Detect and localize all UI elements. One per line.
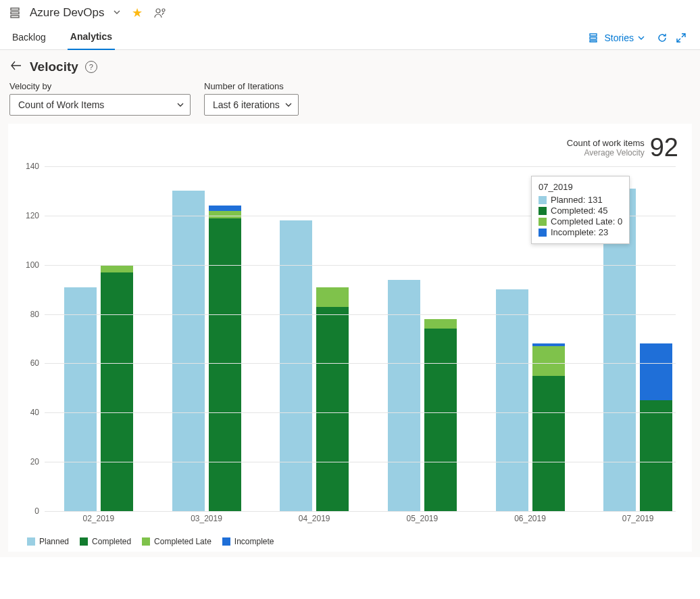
bar-planned[interactable] [64, 287, 97, 512]
tooltip-row: Incomplete: 23 [539, 227, 622, 237]
bar-seg-completed[interactable] [532, 376, 565, 511]
bar-seg-completed-late[interactable] [532, 346, 565, 376]
svg-point-3 [156, 9, 160, 13]
x-tick: 04_2019 [299, 514, 330, 523]
metric-line2: Average Velocity [567, 148, 645, 158]
filter-velocity-by: Velocity by Count of Work Items [9, 81, 191, 116]
project-header: Azure DevOps ★ [0, 0, 700, 23]
chart-legend: Planned Completed Completed Late Incompl… [12, 531, 685, 549]
filters-row: Velocity by Count of Work Items Number o… [8, 81, 692, 116]
select-value: Last 6 iterations [213, 99, 280, 110]
y-tick: 100 [12, 260, 39, 270]
tabs-row: Backlog Analytics Stories [0, 23, 700, 50]
metric-value: 92 [650, 133, 678, 162]
filter-label: Velocity by [9, 81, 191, 91]
y-tick: 20 [12, 457, 39, 466]
chevron-down-icon [176, 101, 184, 109]
iterations-select[interactable]: Last 6 iterations [204, 94, 299, 116]
legend-completed: Completed [80, 537, 131, 546]
y-tick: 60 [12, 358, 39, 368]
svg-rect-7 [590, 41, 597, 42]
content-area: Velocity ? Velocity by Count of Work Ite… [0, 50, 700, 557]
bar-seg-incomplete[interactable] [640, 343, 672, 400]
refresh-button[interactable] [653, 28, 672, 47]
chart-card: Count of work items Average Velocity 92 … [8, 124, 692, 552]
filter-iterations: Number of Iterations Last 6 iterations [204, 81, 299, 116]
x-tick: 06_2019 [514, 514, 546, 523]
y-tick: 140 [12, 162, 39, 171]
x-tick: 02_2019 [82, 514, 114, 523]
bar-seg-completed[interactable] [316, 307, 349, 511]
tab-analytics[interactable]: Analytics [68, 26, 115, 50]
bar-seg-completed[interactable] [209, 218, 241, 512]
stories-picker[interactable]: Stories [589, 32, 645, 43]
tooltip-row: Completed: 45 [539, 206, 622, 216]
y-tick: 40 [12, 408, 39, 417]
bar-seg-completed-late[interactable] [209, 211, 241, 218]
bar-seg-incomplete[interactable] [209, 206, 241, 210]
svg-rect-6 [590, 37, 597, 39]
chevron-down-icon[interactable] [113, 7, 121, 18]
bar-seg-completed-late[interactable] [101, 265, 133, 272]
velocity-chart: 020406080100120140 02_201903_201904_2019… [12, 166, 685, 531]
filter-label: Number of Iterations [204, 81, 299, 91]
bar-seg-completed-late[interactable] [424, 319, 457, 329]
back-arrow-icon[interactable] [9, 61, 23, 73]
bar-planned[interactable] [172, 191, 205, 511]
page-title: Velocity [30, 59, 78, 74]
bar-planned[interactable] [280, 220, 312, 511]
select-value: Count of Work Items [18, 99, 104, 110]
metric-line1: Count of work items [567, 138, 645, 149]
tooltip-row: Planned: 131 [539, 195, 622, 205]
legend-planned: Planned [27, 537, 69, 546]
legend-completed-late: Completed Late [142, 537, 211, 546]
title-row: Velocity ? [8, 59, 692, 74]
svg-rect-1 [11, 12, 19, 14]
metric-row: Count of work items Average Velocity 92 [12, 129, 685, 162]
x-tick: 05_2019 [406, 514, 438, 523]
svg-rect-5 [590, 34, 597, 36]
bar-seg-completed[interactable] [640, 400, 672, 511]
y-tick: 0 [12, 506, 39, 516]
svg-rect-0 [11, 8, 19, 10]
legend-incomplete: Incomplete [222, 537, 274, 546]
stories-label: Stories [604, 32, 634, 43]
y-tick: 120 [12, 211, 39, 220]
svg-rect-2 [11, 16, 19, 18]
chevron-down-icon [284, 101, 293, 109]
bar-seg-completed-late[interactable] [316, 287, 349, 307]
y-tick: 80 [12, 310, 39, 319]
x-tick: 03_2019 [191, 514, 222, 523]
tab-backlog[interactable]: Backlog [9, 26, 49, 49]
help-icon[interactable]: ? [85, 61, 97, 73]
chart-tooltip: 07_2019 Planned: 131Completed: 45Complet… [531, 176, 630, 244]
bar-seg-completed[interactable] [424, 329, 457, 511]
svg-point-4 [162, 9, 165, 11]
project-title[interactable]: Azure DevOps [30, 6, 105, 20]
fullscreen-button[interactable] [672, 28, 691, 47]
project-icon [9, 6, 23, 20]
star-icon[interactable]: ★ [132, 5, 143, 20]
bar-seg-completed[interactable] [101, 272, 133, 511]
x-tick: 07_2019 [622, 514, 654, 523]
bar-seg-incomplete[interactable] [532, 343, 565, 346]
bar-planned[interactable] [496, 289, 528, 511]
people-icon[interactable] [153, 7, 167, 19]
tooltip-row: Completed Late: 0 [539, 216, 622, 226]
velocity-by-select[interactable]: Count of Work Items [9, 94, 191, 116]
tooltip-title: 07_2019 [539, 182, 622, 192]
